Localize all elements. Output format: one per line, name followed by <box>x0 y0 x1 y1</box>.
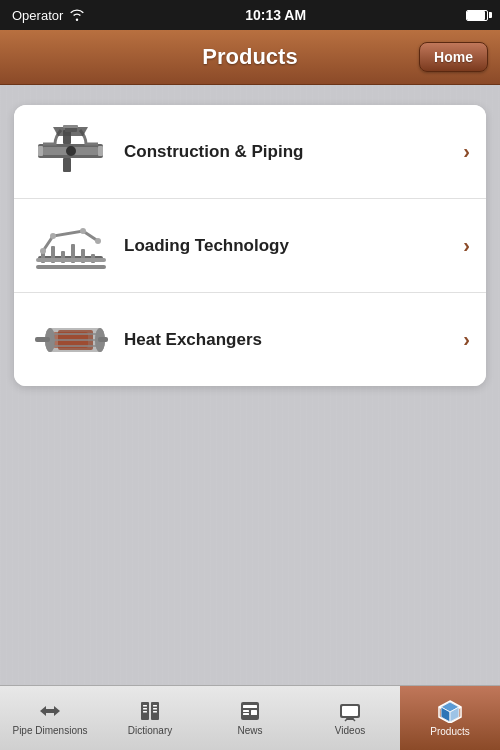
svg-rect-49 <box>342 706 358 716</box>
tab-dictionary[interactable]: Dictionary <box>100 686 200 750</box>
tab-products-label: Products <box>430 726 469 737</box>
svg-rect-20 <box>36 258 106 262</box>
heat-exchanger-icon <box>33 310 108 370</box>
wifi-icon <box>69 9 85 21</box>
svg-point-4 <box>66 146 76 156</box>
product-list-card: Construction & Piping › <box>14 105 486 386</box>
home-button[interactable]: Home <box>419 42 488 72</box>
operator-label: Operator <box>12 8 63 23</box>
tab-bar: Pipe Dimensions Dictionary News <box>0 685 500 750</box>
svg-rect-41 <box>153 708 157 710</box>
list-item-construction-piping[interactable]: Construction & Piping › <box>14 105 486 199</box>
svg-rect-1 <box>63 158 71 172</box>
loading-technology-chevron: › <box>463 234 470 257</box>
svg-rect-7 <box>38 146 43 156</box>
svg-point-16 <box>40 248 46 254</box>
tab-videos[interactable]: Videos <box>300 686 400 750</box>
svg-rect-21 <box>36 265 106 269</box>
svg-rect-6 <box>63 125 78 128</box>
svg-point-19 <box>95 238 101 244</box>
main-content: Construction & Piping › <box>0 85 500 685</box>
svg-rect-44 <box>243 705 257 708</box>
arrows-icon <box>38 700 62 722</box>
svg-point-18 <box>80 228 86 234</box>
book-icon <box>138 700 162 722</box>
tab-videos-label: Videos <box>335 725 365 736</box>
loading-technology-label: Loading Technology <box>124 236 455 256</box>
svg-rect-37 <box>143 705 147 707</box>
tab-dictionary-label: Dictionary <box>128 725 172 736</box>
tv-icon <box>338 700 362 722</box>
battery-icon <box>466 10 488 21</box>
pipe-filter-icon <box>33 122 108 182</box>
construction-piping-label: Construction & Piping <box>124 142 455 162</box>
svg-rect-46 <box>243 713 249 715</box>
status-left: Operator <box>12 8 85 23</box>
status-bar: Operator 10:13 AM <box>0 0 500 30</box>
list-item-loading-technology[interactable]: Loading Technology › <box>14 199 486 293</box>
loading-technology-icon-container <box>30 213 110 278</box>
svg-rect-45 <box>243 710 249 712</box>
tab-pipe-dimensions[interactable]: Pipe Dimensions <box>0 686 100 750</box>
heat-exchangers-icon-container <box>30 307 110 372</box>
heat-exchangers-chevron: › <box>463 328 470 351</box>
cube-icon <box>437 699 463 723</box>
page-header: Products Home <box>0 30 500 85</box>
construction-piping-icon-container <box>30 119 110 184</box>
svg-point-17 <box>50 233 56 239</box>
heat-exchangers-label: Heat Exchangers <box>124 330 455 350</box>
list-item-heat-exchangers[interactable]: Heat Exchangers › <box>14 293 486 386</box>
svg-rect-42 <box>153 711 157 713</box>
svg-rect-38 <box>143 708 147 710</box>
svg-rect-39 <box>143 711 147 713</box>
svg-rect-40 <box>153 705 157 707</box>
tab-news-label: News <box>237 725 262 736</box>
status-right <box>466 10 488 21</box>
newspaper-icon <box>238 700 262 722</box>
construction-piping-chevron: › <box>463 140 470 163</box>
tab-products[interactable]: Products <box>400 686 500 750</box>
svg-rect-8 <box>98 146 103 156</box>
tab-pipe-dimensions-label: Pipe Dimensions <box>12 725 87 736</box>
loading-arm-icon <box>33 216 108 276</box>
page-title: Products <box>202 44 297 70</box>
svg-rect-31 <box>98 337 108 342</box>
status-time: 10:13 AM <box>245 7 306 23</box>
tab-news[interactable]: News <box>200 686 300 750</box>
svg-rect-47 <box>251 710 257 715</box>
svg-rect-30 <box>35 337 50 342</box>
